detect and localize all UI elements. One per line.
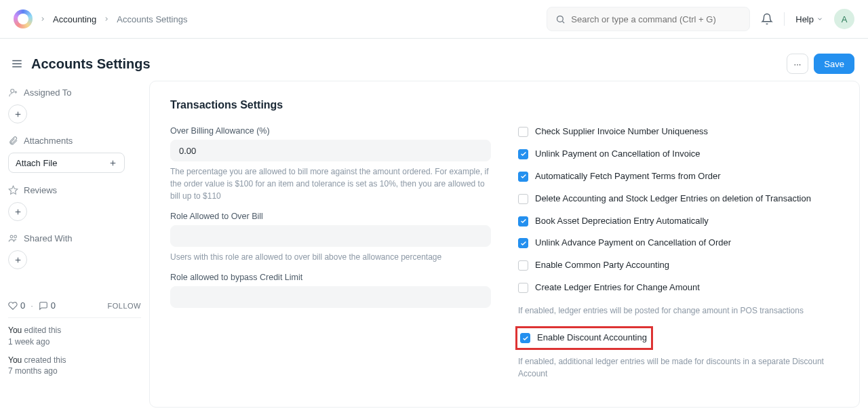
body-area: Assigned To Attachments Attach File Revi… [0, 81, 868, 408]
breadcrumb-root[interactable]: Accounting [53, 14, 96, 24]
over-billing-help: The percentage you are allowed to bill m… [170, 165, 491, 202]
comment-count: 0 [51, 300, 56, 311]
add-share-button[interactable] [8, 250, 27, 269]
checkbox-row-c7: Create Ledger Entries for Change Amount [518, 282, 839, 294]
attach-file-label: Attach File [16, 158, 57, 168]
nav-right: Help A [547, 7, 854, 31]
over-billing-input[interactable] [170, 140, 491, 161]
activity-entry: You edited this1 week ago [8, 325, 141, 348]
add-review-button[interactable] [8, 202, 27, 221]
app-logo[interactable] [14, 9, 33, 28]
checkbox-row-c1: Unlink Payment on Cancellation of Invoic… [518, 149, 839, 160]
help-dropdown[interactable]: Help [795, 14, 823, 24]
shared-section: Shared With [8, 233, 141, 269]
checkbox-label-c7: Create Ledger Entries for Change Amount [535, 282, 700, 294]
role-over-bill-field: Role Allowed to Over Bill Users with thi… [170, 212, 491, 263]
shared-head: Shared With [8, 233, 141, 243]
checkbox-c2[interactable] [518, 172, 528, 182]
checkbox-help-c7: If enabled, ledger entries will be poste… [518, 304, 839, 317]
chevron-down-icon [816, 16, 823, 22]
main-content: Transactions Settings Over Billing Allow… [149, 81, 860, 408]
checkbox-row-c6: Enable Common Party Accounting [518, 260, 839, 271]
reviews-label: Reviews [24, 185, 57, 195]
assigned-head: Assigned To [8, 87, 141, 98]
global-search[interactable] [547, 7, 750, 31]
checkbox-row-c3: Delete Accounting and Stock Ledger Entri… [518, 193, 839, 205]
add-assignee-button[interactable] [8, 104, 27, 123]
chevron-right-icon [39, 16, 46, 22]
card-title: Transactions Settings [170, 99, 839, 111]
user-avatar[interactable]: A [834, 9, 854, 29]
comments-button[interactable]: 0 [39, 300, 56, 311]
form-columns: Over Billing Allowance (%) The percentag… [170, 126, 839, 389]
attach-file-button[interactable]: Attach File [8, 153, 125, 173]
search-icon [555, 14, 566, 24]
save-button[interactable]: Save [814, 54, 854, 74]
comment-icon [39, 301, 48, 311]
reviews-section: Reviews [8, 185, 141, 221]
svg-point-15 [10, 235, 13, 238]
role-over-bill-help: Users with this role are allowed to over… [170, 251, 491, 263]
role-bypass-field: Role allowed to bypass Credit Limit [170, 273, 491, 308]
assigned-section: Assigned To [8, 87, 141, 123]
role-over-bill-input[interactable] [170, 225, 491, 247]
checkbox-c5[interactable] [518, 238, 528, 248]
over-billing-field: Over Billing Allowance (%) The percentag… [170, 126, 491, 202]
checkbox-c3[interactable] [518, 194, 528, 204]
checkbox-label-c6: Enable Common Party Accounting [535, 260, 669, 271]
activity-log: You edited this1 week agoYou created thi… [8, 325, 141, 377]
reviews-head: Reviews [8, 185, 141, 195]
svg-point-16 [14, 235, 17, 238]
attachments-section: Attachments Attach File [8, 136, 141, 173]
checkbox-label-c1: Unlink Payment on Cancellation of Invoic… [535, 149, 701, 160]
svg-point-0 [557, 16, 564, 22]
checkbox-row-c5: Unlink Advance Payment on Cancellation o… [518, 237, 839, 249]
menu-toggle-icon[interactable] [8, 55, 26, 73]
users-icon [8, 233, 18, 243]
more-menu-button[interactable]: ··· [787, 54, 809, 74]
settings-card: Transactions Settings Over Billing Allow… [149, 81, 860, 408]
checkbox-c6[interactable] [518, 260, 528, 271]
attachments-label: Attachments [24, 136, 73, 146]
top-navbar: Accounting Accounts Settings Help A [0, 0, 868, 39]
checkbox-c0[interactable] [518, 127, 528, 137]
separator-dot: · [31, 300, 33, 311]
bell-icon[interactable] [761, 13, 773, 25]
paperclip-icon [8, 136, 18, 146]
left-column: Over Billing Allowance (%) The percentag… [170, 126, 491, 389]
right-column: Check Supplier Invoice Number Uniqueness… [518, 126, 839, 389]
chevron-right-icon [103, 16, 110, 22]
shared-label: Shared With [24, 233, 73, 243]
assigned-label: Assigned To [24, 87, 72, 98]
checkbox-c8[interactable] [520, 333, 530, 343]
checkbox-row-c0: Check Supplier Invoice Number Uniqueness [518, 126, 839, 138]
checkbox-row-c2: Automatically Fetch Payment Terms from O… [518, 171, 839, 182]
role-bypass-label: Role allowed to bypass Credit Limit [170, 273, 491, 282]
checkbox-label-c8: Enable Discount Accounting [537, 332, 647, 344]
checkbox-c1[interactable] [518, 149, 528, 159]
svg-marker-12 [9, 186, 18, 194]
star-icon [8, 185, 18, 195]
svg-point-5 [11, 90, 14, 93]
page-actions: ··· Save [787, 54, 854, 74]
attachments-head: Attachments [8, 136, 141, 146]
help-label: Help [795, 14, 814, 24]
checkbox-row-c8: Enable Discount Accounting [515, 326, 653, 350]
search-input[interactable] [571, 14, 741, 24]
checkbox-help-c8: If enabled, additional ledger entries wi… [518, 355, 839, 380]
checkbox-label-c5: Unlink Advance Payment on Cancellation o… [535, 237, 731, 249]
like-button[interactable]: 0 [8, 300, 25, 311]
checkbox-c7[interactable] [518, 283, 528, 293]
activity-entry: You created this7 months ago [8, 355, 141, 378]
checkbox-row-c4: Book Asset Depreciation Entry Automatica… [518, 216, 839, 227]
page-title: Accounts Settings [31, 56, 151, 72]
like-count: 0 [20, 300, 25, 311]
checkbox-label-c3: Delete Accounting and Stock Ledger Entri… [535, 193, 811, 205]
page-header: Accounts Settings ··· Save [0, 39, 868, 81]
over-billing-label: Over Billing Allowance (%) [170, 126, 491, 136]
breadcrumb-current: Accounts Settings [117, 14, 187, 24]
svg-line-1 [563, 21, 565, 23]
role-bypass-input[interactable] [170, 286, 491, 308]
follow-button[interactable]: FOLLOW [108, 302, 141, 310]
checkbox-c4[interactable] [518, 216, 528, 227]
